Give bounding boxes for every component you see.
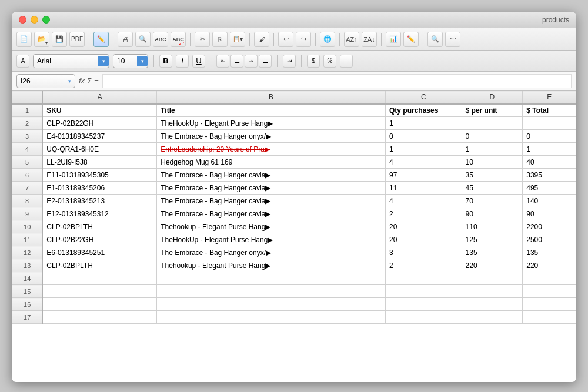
cell-B7[interactable]: The Embrace - Bag Hanger cavia▶ <box>157 182 386 195</box>
cell-C14[interactable] <box>386 272 462 285</box>
underline-button[interactable]: U <box>192 55 205 68</box>
cell-C11[interactable]: 20 <box>386 233 462 246</box>
chart-button[interactable]: 📊 <box>386 32 401 47</box>
cell-D16[interactable] <box>462 298 523 311</box>
row-number[interactable]: 8 <box>12 195 43 207</box>
row-number[interactable]: 11 <box>12 233 43 246</box>
new-button[interactable]: 📄 <box>16 32 32 47</box>
row-number[interactable]: 10 <box>12 220 43 233</box>
spell2-button[interactable]: ABC <box>171 32 186 47</box>
cell-E7[interactable]: 495 <box>523 182 576 195</box>
cell-A4[interactable]: UQ-QRA1-6H0E <box>42 143 156 156</box>
cell-D3[interactable]: 0 <box>462 130 523 143</box>
cell-B14[interactable] <box>157 272 386 285</box>
cell-A8[interactable]: E2-013189345213 <box>42 195 156 207</box>
align-right-button[interactable]: ⇥ <box>245 55 258 68</box>
cell-B5[interactable]: Hedgehog Mug 61 169 <box>157 156 386 169</box>
cell-B4[interactable]: EntreLeadership: 20 Years of Pra▶ <box>157 143 386 156</box>
col-header-C[interactable]: C <box>386 91 462 104</box>
row-number[interactable]: 4 <box>12 143 43 156</box>
cell-B13[interactable]: Thehookup - Elegant Purse Hang▶ <box>157 259 386 272</box>
search2-button[interactable]: 🔍 <box>427 32 443 47</box>
cell-C13[interactable]: 2 <box>386 259 462 272</box>
print-button[interactable]: 🖨 <box>118 32 133 47</box>
cell-A17[interactable] <box>42 311 156 324</box>
row-number[interactable]: 16 <box>12 298 43 311</box>
row-number[interactable]: 13 <box>12 259 43 272</box>
row-number[interactable]: 2 <box>12 117 43 130</box>
cell-D6[interactable]: 35 <box>462 169 523 182</box>
cell-C4[interactable]: 1 <box>386 143 462 156</box>
spreadsheet[interactable]: A B C D E 1SKUTitleQty purchases$ per un… <box>12 91 576 382</box>
cell-D5[interactable]: 10 <box>462 156 523 169</box>
maximize-button[interactable] <box>42 16 50 24</box>
sort-asc-button[interactable]: AZ↑ <box>344 32 359 47</box>
cell-A6[interactable]: E11-013189345305 <box>42 169 156 182</box>
cell-D17[interactable] <box>462 311 523 324</box>
formula-input[interactable] <box>102 74 572 88</box>
fx-button[interactable]: fx <box>79 76 85 85</box>
cell-D7[interactable]: 45 <box>462 182 523 195</box>
format-more-button[interactable]: ⋯ <box>340 55 353 68</box>
cell-B11[interactable]: TheHookUp - Elegant Purse Hang▶ <box>157 233 386 246</box>
col-header-A[interactable]: A <box>42 91 156 104</box>
row-number[interactable]: 9 <box>12 207 43 220</box>
cell-C10[interactable]: 20 <box>386 220 462 233</box>
cell-D8[interactable]: 70 <box>462 195 523 207</box>
row-number[interactable]: 3 <box>12 130 43 143</box>
cell-D1[interactable]: $ per unit <box>462 104 523 117</box>
cell-E8[interactable]: 140 <box>523 195 576 207</box>
align-left-button[interactable]: ⇤ <box>216 55 229 68</box>
col-header-D[interactable]: D <box>462 91 523 104</box>
cell-B15[interactable] <box>157 285 386 298</box>
web-button[interactable]: 🌐 <box>320 32 335 47</box>
copy-button[interactable]: ⎘ <box>212 32 228 47</box>
italic-button[interactable]: I <box>176 55 189 68</box>
cell-A14[interactable] <box>42 272 156 285</box>
cell-D13[interactable]: 220 <box>462 259 523 272</box>
more-button[interactable]: ⋯ <box>445 32 460 47</box>
cell-A12[interactable]: E6-013189345251 <box>42 246 156 259</box>
sort-desc-button[interactable]: ZA↓ <box>362 32 377 47</box>
row-number[interactable]: 14 <box>12 272 43 285</box>
cell-E6[interactable]: 3395 <box>523 169 576 182</box>
row-number[interactable]: 15 <box>12 285 43 298</box>
cell-C16[interactable] <box>386 298 462 311</box>
col-header-E[interactable]: E <box>523 91 576 104</box>
col-header-B[interactable]: B <box>157 91 386 104</box>
cell-D9[interactable]: 90 <box>462 207 523 220</box>
cell-reference[interactable]: I26 ▾ <box>16 74 75 88</box>
percent-button[interactable]: % <box>323 55 336 68</box>
cell-A15[interactable] <box>42 285 156 298</box>
paint-button[interactable]: 🖌 <box>254 32 269 47</box>
font-selector[interactable]: Arial ▾ <box>33 54 109 68</box>
cell-A9[interactable]: E12-013189345312 <box>42 207 156 220</box>
row-number[interactable]: 17 <box>12 311 43 324</box>
cell-E16[interactable] <box>523 298 576 311</box>
align-center-button[interactable]: ☰ <box>230 55 243 68</box>
row-number[interactable]: 1 <box>12 104 43 117</box>
cell-C15[interactable] <box>386 285 462 298</box>
bold-button[interactable]: B <box>159 55 172 68</box>
cell-A1[interactable]: SKU <box>42 104 156 117</box>
cell-E5[interactable]: 40 <box>523 156 576 169</box>
cell-E9[interactable]: 90 <box>523 207 576 220</box>
cell-C6[interactable]: 97 <box>386 169 462 182</box>
cell-E12[interactable]: 135 <box>523 246 576 259</box>
cell-E1[interactable]: $ Total <box>523 104 576 117</box>
indent-button[interactable]: ⇥ <box>283 55 296 68</box>
cell-B8[interactable]: The Embrace - Bag Hanger cavia▶ <box>157 195 386 207</box>
row-number[interactable]: 7 <box>12 182 43 195</box>
cell-A3[interactable]: E4-013189345237 <box>42 130 156 143</box>
cell-A2[interactable]: CLP-02B22GH <box>42 117 156 130</box>
cell-E11[interactable]: 2500 <box>523 233 576 246</box>
cell-D2[interactable] <box>462 117 523 130</box>
cell-A11[interactable]: CLP-02B22GH <box>42 233 156 246</box>
draw-button[interactable]: ✏️ <box>403 32 419 47</box>
cell-D4[interactable]: 1 <box>462 143 523 156</box>
cell-C7[interactable]: 11 <box>386 182 462 195</box>
close-button[interactable] <box>19 16 26 24</box>
row-number[interactable]: 6 <box>12 169 43 182</box>
undo-button[interactable]: ↩ <box>278 32 293 47</box>
cell-A13[interactable]: CLP-02BPLTH <box>42 259 156 272</box>
